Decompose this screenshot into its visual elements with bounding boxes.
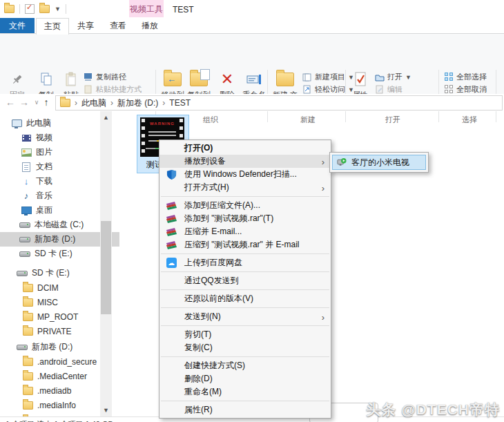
music-note-icon: ♪: [21, 191, 32, 201]
folder-icon: [22, 387, 33, 395]
menu-item-add-to-archive[interactable]: 添加到压缩文件(A)...: [159, 199, 331, 212]
menu-item-copy[interactable]: 复制(C): [159, 341, 331, 354]
submenu-item-mi-tv[interactable]: 客厅的小米电视: [332, 155, 426, 170]
new-item-icon: [302, 72, 312, 82]
drive-icon: [19, 251, 30, 257]
computer-icon: [11, 119, 22, 127]
window-title: TEST: [173, 0, 194, 18]
menu-item-delete[interactable]: 删除(D): [159, 372, 331, 385]
sidebar-item-this-pc[interactable]: 此电脑: [0, 116, 111, 131]
sidebar-item-drive-d-tree[interactable]: 新加卷 (D:): [0, 340, 117, 354]
rename-icon: [240, 70, 268, 88]
select-all-button[interactable]: 全部选择: [445, 71, 487, 83]
tab-file[interactable]: 文件: [0, 18, 35, 33]
explorer-window: ▼ 视频工具 TEST 文件 主页 共享 查看 播放 固定到"快速访问": [0, 0, 504, 422]
pin-icon: [1, 70, 33, 88]
breadcrumb-this-pc[interactable]: 此电脑: [81, 97, 106, 109]
properties-check-icon[interactable]: [25, 4, 35, 14]
scroll-up-arrow-icon[interactable]: ▲: [100, 112, 112, 123]
paste-shortcut-label: 粘贴快捷方式: [96, 84, 142, 95]
folder-icon: [22, 313, 33, 321]
drive-icon: [17, 345, 28, 350]
menu-item-open-with[interactable]: 打开方式(H)›: [159, 181, 331, 194]
submenu-arrow-icon: ›: [322, 156, 324, 166]
new-folder-icon[interactable]: [39, 5, 50, 13]
folder-icon: [22, 358, 33, 366]
select-group-label: 选择: [445, 115, 494, 125]
menu-separator: [161, 271, 329, 272]
tree-scrollbar[interactable]: ▲ ▼: [100, 111, 112, 416]
folder-icon: [22, 284, 33, 292]
customize-toolbar-chevron-icon[interactable]: ▼: [55, 6, 61, 12]
defender-shield-icon: [165, 169, 177, 181]
copy-path-button[interactable]: 复制路径: [83, 71, 126, 83]
menu-separator: [161, 356, 329, 357]
scroll-down-arrow-icon[interactable]: ▼: [100, 405, 112, 416]
select-all-label: 全部选择: [456, 72, 487, 82]
video-icon: [21, 135, 32, 142]
drive-icon: [19, 222, 30, 228]
document-icon: [21, 162, 32, 172]
menu-item-send-via-qq[interactable]: 通过QQ发送到: [159, 274, 331, 287]
title-bar: ▼ 视频工具 TEST: [0, 0, 504, 18]
ribbon: 固定到"快速访问" 复制 粘贴 ✂ 剪切: [0, 34, 504, 95]
menu-item-rename[interactable]: 重命名(M): [159, 385, 331, 399]
drive-icon: [17, 271, 28, 276]
menu-item-restore-previous[interactable]: 还原以前的版本(V): [159, 292, 331, 305]
menu-item-cast-to-device[interactable]: 播放到设备›: [159, 155, 331, 168]
address-bar: ← → ∨ ↑ 此电脑 新加卷 (D:) TEST: [0, 94, 504, 111]
edit-icon: [374, 84, 385, 95]
breadcrumb-test[interactable]: TEST: [169, 98, 191, 108]
tab-play[interactable]: 播放: [135, 18, 165, 33]
menu-item-properties[interactable]: 属性(R): [159, 403, 331, 416]
forward-button[interactable]: →: [18, 94, 30, 111]
breadcrumb-drive-d[interactable]: 新加卷 (D:): [117, 97, 158, 109]
baidu-netdisk-icon: ☁: [165, 257, 177, 269]
winrar-icon: [165, 213, 177, 225]
breadcrumb-separator-icon: [162, 98, 165, 108]
tab-home[interactable]: 主页: [36, 18, 69, 35]
menu-item-send-to[interactable]: 发送到(N)›: [159, 310, 331, 323]
menu-item-open[interactable]: 打开(O): [159, 142, 331, 155]
thumbnail-warning-text: WARNING: [140, 122, 184, 126]
menu-item-compress-to-rar-email[interactable]: 压缩到 "测试视频.rar" 并 E-mail: [159, 238, 331, 251]
submenu-arrow-icon: ›: [322, 311, 324, 322]
menu-item-create-shortcut[interactable]: 创建快捷方式(S): [159, 359, 331, 372]
menu-item-compress-email[interactable]: 压缩并 E-mail...: [159, 225, 331, 238]
open-group-label: 打开: [352, 115, 434, 125]
divider: [19, 4, 20, 14]
picture-icon: [21, 148, 32, 157]
select-none-icon: [445, 85, 454, 94]
easy-access-label: 轻松访问: [315, 84, 345, 95]
paste-icon: [59, 70, 83, 88]
menu-item-cut[interactable]: 剪切(T): [159, 328, 331, 341]
winrar-icon: [165, 200, 177, 212]
back-button[interactable]: ←: [4, 94, 17, 111]
navigation-pane: 此电脑 视频 图片 文档 ↓下载 ♪音乐 桌面 本地磁盘 (C:) 新加卷 (D…: [0, 111, 100, 422]
breadcrumb[interactable]: 此电脑 新加卷 (D:) TEST: [55, 95, 503, 111]
up-button[interactable]: ↑: [40, 94, 52, 111]
menu-item-defender-scan[interactable]: 使用 Windows Defender扫描...: [159, 168, 331, 181]
tab-share[interactable]: 共享: [70, 18, 101, 33]
scrollbar-thumb[interactable]: [101, 221, 111, 314]
open-button[interactable]: 打开 ▼: [374, 71, 411, 83]
menu-item-upload-baidu[interactable]: ☁ 上传到百度网盘: [159, 256, 331, 269]
tab-view[interactable]: 查看: [102, 18, 134, 33]
select-none-label: 全部取消: [456, 84, 487, 95]
sidebar-item-sd-card[interactable]: SD 卡 (E:): [0, 266, 117, 280]
copy-path-label: 复制路径: [96, 72, 126, 82]
menu-separator: [161, 307, 329, 308]
menu-separator: [161, 253, 329, 254]
menu-item-add-to-rar[interactable]: 添加到 "测试视频.rar"(T): [159, 212, 331, 225]
winrar-icon: [165, 226, 177, 238]
copy-to-icon: [186, 70, 211, 88]
desktop-icon: [21, 207, 32, 214]
watermark-text: 头条 @DTECH帝特: [366, 400, 500, 419]
device-name-label: 客厅的小米电视: [351, 157, 409, 169]
folder-icon[interactable]: [4, 5, 14, 13]
edit-label: 编辑: [387, 84, 403, 95]
context-menu: 打开(O) 播放到设备› 使用 Windows Defender扫描... 打开…: [159, 140, 331, 419]
copy-icon: [35, 70, 58, 88]
new-item-button[interactable]: 新建项目 ▼: [302, 71, 354, 83]
easy-access-icon: [302, 84, 312, 95]
